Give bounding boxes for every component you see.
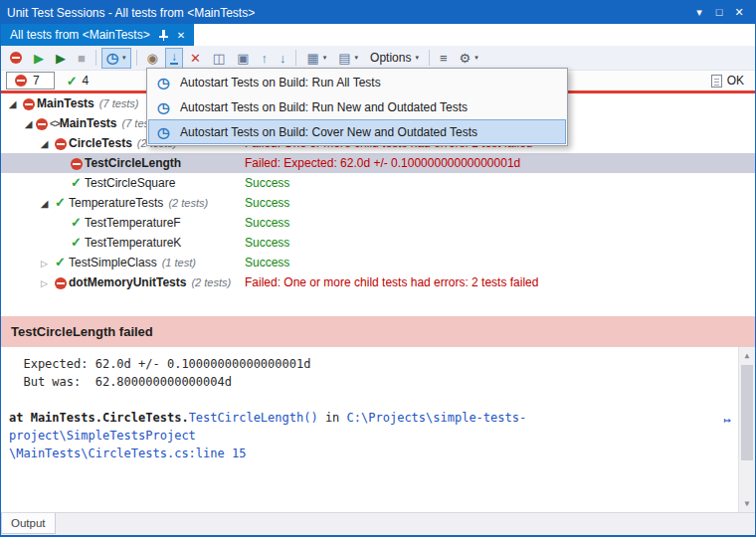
group-by-button[interactable]: ▦▾ [301,48,331,69]
session-status: OK [711,74,744,88]
test-status: Failed: One or more child tests had erro… [245,272,538,292]
test-status: Failed: Expected: 62.0d +/- 0.1000000000… [245,153,520,173]
autostart-clock-icon: ◷ [154,100,172,114]
stop-button[interactable]: ■ [73,48,91,69]
expander-expanded-icon[interactable]: ◢ [37,194,52,214]
test-name: dotMemoryUnitTests [69,275,186,289]
tab-row: All tests from <MainTests> ✕ [1,24,755,46]
settings-icon: ⚙ [460,51,472,66]
duplicate-session-button[interactable]: ◫ [208,48,230,69]
expander-collapsed-icon[interactable]: ▷ [37,273,52,293]
scroll-down-icon[interactable]: ▼ [739,495,755,512]
test-failed-icon [68,153,85,173]
test-name: TemperatureTests [69,196,163,210]
stack-trace: at MainTests.CircleTests.TestCircleLengt… [9,409,711,462]
test-success-icon: ✓ [68,233,85,253]
test-count: (2 tests) [191,276,231,288]
passed-check-icon: ✓ [67,74,78,89]
menu-item-label: Autostart Tests on Build: Cover New and … [180,125,477,139]
test-count: (2 tests) [168,197,208,209]
next-failed-button[interactable]: ↓ [275,48,291,69]
run-all-button[interactable]: ▶ [51,48,71,69]
append-tests-button[interactable]: ↓ [165,48,183,69]
test-count: (1 test) [162,257,196,268]
detail-pane-header: TestCircleLength failed [1,316,755,347]
remove-tests-button[interactable]: ✕ [185,48,206,69]
run-button[interactable]: ▶ [29,48,49,69]
output-line [9,391,725,409]
passed-count: 4 [83,74,90,88]
failed-filter-button[interactable]: 7 [6,72,55,90]
test-name: MainTests [60,116,117,130]
expander-collapsed-icon[interactable]: ▷ [37,254,52,273]
toolbar-separator [429,50,430,66]
title-bar: Unit Test Sessions - All tests from <Mai… [1,1,755,24]
test-name: MainTests [37,96,94,110]
scroll-up-icon[interactable]: ▲ [739,347,755,364]
tab-close-icon[interactable]: ✕ [177,30,185,41]
group-by-icon: ▦ [306,51,318,66]
run-icon: ▶ [34,51,44,66]
namespace-icon: <> [50,118,60,129]
settings-button[interactable]: ⚙▾ [455,48,483,69]
test-name: TestTemperatureK [85,236,181,250]
test-success-icon: ✓ [52,253,69,272]
test-success-icon: ✓ [52,193,69,213]
test-name: CircleTests [69,136,132,150]
test-status: Success [245,253,289,272]
toolbar-separator [95,50,96,66]
append-tests-icon: ↓ [170,52,178,65]
tab-all-tests[interactable]: All tests from <MainTests> ✕ [1,24,194,46]
dropdown-caret-icon: ▾ [355,54,359,62]
output-line: But was: 62.800000000000004d [9,373,725,391]
output-text: Expected: 62.0d +/- 0.10000000000000001d… [1,347,755,462]
test-count: (7 tests) [99,97,139,109]
output-line: Expected: 62.0d +/- 0.10000000000000001d [9,355,725,373]
tree-row[interactable]: ✓TestTemperatureFSuccess [1,213,755,233]
autostart-build-button[interactable]: ◷▾ [101,48,131,69]
close-button[interactable]: ✕ [729,6,749,19]
window-position-button[interactable]: ▾ [689,6,709,19]
export-button[interactable]: ▤▾ [333,48,363,69]
passed-filter-button[interactable]: ✓ 4 [67,74,90,89]
test-status: Success [245,173,289,193]
test-name: TestCircleSquare [85,176,175,190]
tab-label: All tests from <MainTests> [10,28,150,42]
tree-row[interactable]: TestCircleLengthFailed: Expected: 62.0d … [1,153,755,173]
expander-expanded-icon[interactable]: ◢ [5,94,20,114]
expander-expanded-icon[interactable]: ◢ [21,114,36,134]
status-ok-label: OK [727,74,744,88]
menu-item-autostart[interactable]: ◷Autostart Tests on Build: Run New and O… [148,94,566,119]
rerun-failed-button[interactable] [5,48,27,69]
tab-output[interactable]: Output [1,513,56,534]
test-failed-icon [52,133,69,153]
pin-icon[interactable] [159,30,168,41]
profile-icon: ◉ [147,51,158,66]
maximize-button[interactable]: □ [709,6,729,19]
tree-row[interactable]: ▷✓TestSimpleClass(1 test)Success [1,253,755,272]
tree-row[interactable]: ▷dotMemoryUnitTests(2 tests)Failed: One … [1,272,755,292]
autostart-clock-icon: ◷ [106,51,118,65]
window-controls: ▾□✕ [689,6,749,19]
output-scrollbar[interactable]: ▲ ▼ [738,347,755,512]
test-status: Success [245,193,289,213]
stack-trace-link[interactable]: TestCircleLength() [189,411,318,425]
show-output-button[interactable]: ≡ [435,48,453,69]
tree-row[interactable]: ◢✓TemperatureTests(2 tests)Success [1,193,755,213]
new-session-button[interactable]: ▣ [232,48,254,69]
stack-trace-text: at MainTests.CircleTests. [9,411,189,425]
profile-button[interactable]: ◉ [142,48,163,69]
menu-item-autostart[interactable]: ◷Autostart Tests on Build: Run All Tests [148,70,566,94]
navigate-to-source-icon[interactable]: ↦ [724,413,731,427]
next-failed-icon: ↓ [280,51,286,66]
expander-expanded-icon[interactable]: ◢ [37,134,52,154]
tree-row[interactable]: ✓TestTemperatureKSuccess [1,233,755,253]
menu-item-autostart[interactable]: ◷Autostart Tests on Build: Cover New and… [148,119,566,144]
tree-row[interactable]: ✓TestCircleSquareSuccess [1,173,755,193]
test-failed-icon [20,93,37,113]
scrollbar-thumb[interactable] [741,365,753,460]
run-all-icon: ▶ [56,51,66,66]
previous-failed-button[interactable]: ↑ [256,48,273,69]
stack-trace-text: in [318,411,347,425]
options-button[interactable]: Options▾ [365,48,424,69]
